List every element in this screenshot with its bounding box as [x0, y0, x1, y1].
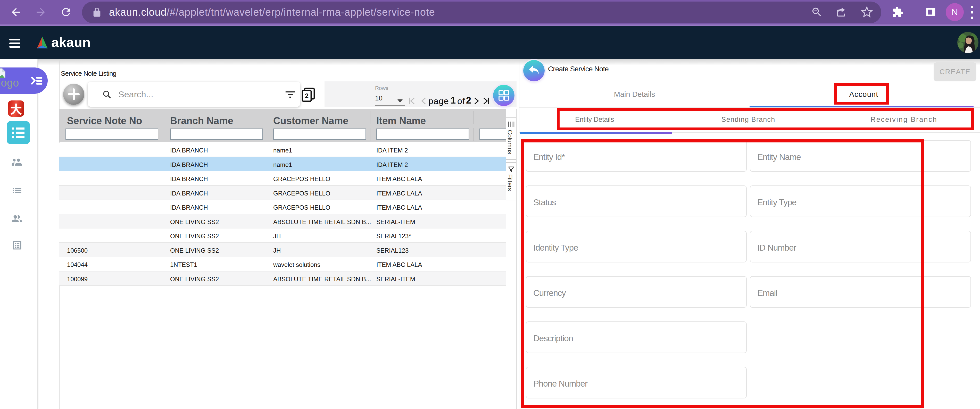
annotation-subtabs [557, 108, 974, 130]
akaun-wordmark: akaun [51, 35, 91, 50]
btn-create[interactable]: CREATE [934, 62, 977, 81]
akaun-service-note-screen: akaun.cloud/#/applet/tnt/wavelet/erp/int… [0, 0, 980, 409]
browser-profile: N [946, 3, 964, 21]
side-icon-partners[interactable] [10, 156, 22, 168]
akaun-logo [35, 35, 50, 51]
icon-lock [92, 7, 102, 17]
tab-main-details[interactable]: Main Details [519, 89, 749, 100]
r3: IDA BRANCHGRACEPOS HELLOITEM ABC LALA [59, 171, 506, 186]
r2[interactable]: IDA BRANCHname1IDA ITEM 2 [59, 157, 506, 171]
columns-tab[interactable]: Columns [506, 117, 516, 160]
svg-text:2: 2 [305, 92, 309, 100]
pg-cur: 1 [450, 95, 456, 106]
side-icon-customers[interactable] [11, 213, 23, 225]
pg-of: of [457, 95, 465, 107]
r6: ONE LIVING SS2ABSOLUTE TIME RETAIL SDN B… [59, 214, 506, 229]
r9: 1040441NTEST1wavelet solutionsITEM ABC L… [59, 257, 506, 271]
filter3[interactable] [273, 128, 366, 140]
pg-total: 2 [466, 95, 471, 106]
filter2[interactable] [170, 128, 263, 140]
col4: Item Name [376, 115, 426, 127]
side-icon-list[interactable] [11, 185, 23, 196]
col2: Branch Name [170, 115, 233, 127]
icon-zoom [811, 6, 823, 18]
pg-first [408, 97, 415, 105]
r5: IDA BRANCHGRACEPOS HELLOITEM ABC LALA [59, 200, 506, 214]
sidebar-app-active[interactable] [7, 121, 30, 144]
r7: ONE LIVING SS2JHSERIAL123* [59, 228, 506, 243]
icon-sidepanel [925, 6, 937, 18]
filter4[interactable] [376, 128, 469, 140]
app-header [0, 26, 980, 59]
sidebar-logo-pill: logo [0, 68, 48, 94]
user-avatar [957, 32, 978, 53]
r10: 100099ONE LIVING SS2ABSOLUTE TIME RETAIL… [59, 271, 506, 286]
r4: IDA BRANCHGRACEPOS HELLOITEM ABC LALA [59, 186, 506, 200]
filters-tab[interactable]: Filters [506, 162, 516, 200]
btn-back-form[interactable] [523, 60, 545, 81]
side-icon-doc[interactable] [11, 239, 23, 251]
url-text: akaun.cloud/#/applet/tnt/wavelet/erp/int… [109, 0, 435, 24]
icon-star [861, 6, 873, 18]
table-side-strip: Columns Filters [506, 109, 517, 409]
rows-value: 10 [375, 94, 382, 102]
filter1[interactable] [65, 128, 158, 140]
col1: Service Note No [67, 115, 142, 127]
filter5[interactable] [479, 128, 506, 140]
pg-text: page [428, 95, 449, 107]
search-placeholder: Search... [118, 82, 153, 107]
annotation-form [521, 140, 924, 408]
pg-next [474, 97, 479, 105]
form-title: Create Service Note [548, 65, 609, 73]
panel-right-line [978, 59, 978, 409]
sidebar-app-red[interactable]: 大 [8, 100, 24, 117]
col3: Customer Name [273, 115, 348, 127]
btn-back [10, 6, 22, 18]
panel-divider [519, 59, 519, 409]
icon-menu [968, 5, 976, 20]
appbar-shadow [0, 59, 980, 65]
btn-forward [35, 6, 47, 18]
pg-prev [421, 97, 426, 105]
listing-title: Service Note Listing [61, 70, 116, 78]
icon-share [835, 6, 847, 18]
r8: 106500ONE LIVING SS2JHSERIAL123 [59, 243, 506, 257]
icon-pages: 2 [302, 87, 315, 102]
rows-dd [397, 99, 403, 103]
r1: IDA BRANCHname1IDA ITEM 2 [59, 143, 506, 157]
annotation-account [834, 83, 889, 105]
icon-extensions [892, 6, 904, 18]
btn-apps[interactable] [493, 85, 514, 106]
btn-add[interactable] [63, 84, 84, 105]
rows-label: Rows [375, 85, 388, 91]
pg-last [483, 97, 490, 105]
btn-reload [60, 6, 72, 18]
